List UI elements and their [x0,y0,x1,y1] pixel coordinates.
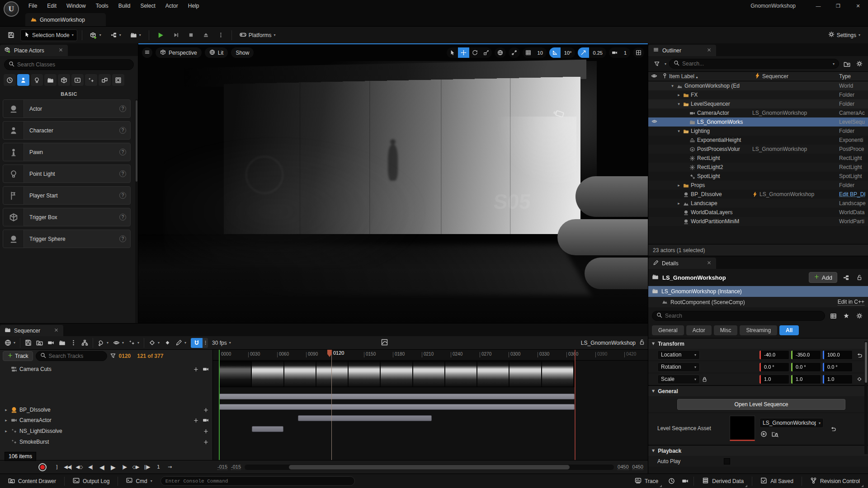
place-actor-pawn[interactable]: Pawn? [3,143,131,161]
actions-hierarchy-button[interactable] [80,337,90,349]
record-button[interactable] [38,463,47,471]
cinematics-dropdown[interactable]: ▾ [127,29,144,41]
menu-edit[interactable]: Edit [42,0,61,12]
scale-x-field[interactable]: 1.0 [759,375,789,384]
derived-data-button[interactable]: Derived Data [698,474,748,488]
outliner-row-postprocessvolur[interactable]: PostProcessVolurLS_GnomonWorkshopPostPro… [648,145,868,154]
grid-snap-value[interactable]: 10 [534,50,547,56]
insights-icon[interactable] [666,476,676,486]
reset-location-button[interactable] [854,352,864,358]
section-general[interactable]: ▼General [648,385,868,396]
place-actor-character[interactable]: Character? [3,121,131,140]
view-mode-dropdown[interactable]: Lit [205,47,228,58]
play-button[interactable] [154,29,167,41]
outliner-tab[interactable]: Outliner [648,45,716,56]
track-cameraactor[interactable]: ▸CameraActor [0,415,212,425]
outliner-row-bp-dissolve[interactable]: BP_DIssolveLS_GnomonWorkshopEdit BP_DI [648,190,868,199]
close-icon[interactable] [707,260,712,267]
help-icon[interactable]: ? [119,192,126,199]
outliner-search-field[interactable]: ▾ [669,59,839,69]
world-dropdown[interactable]: ▾ [3,337,17,349]
menu-file[interactable]: File [24,0,42,12]
place-actor-actor[interactable]: Actor? [3,99,131,118]
outliner-row-exponentialheight[interactable]: ExponentialHeightExponenti [648,136,868,145]
outliner-row-props[interactable]: ▸PropsFolder [648,181,868,190]
rotation-x-field[interactable]: 0.0 ° [759,362,789,372]
track-bar-bp-dissolve[interactable] [219,394,575,399]
help-icon[interactable]: ? [119,149,126,155]
snapshot-icon[interactable] [680,476,690,486]
rotation-z-field[interactable]: 0.0 ° [822,362,853,372]
asset-thumbnail[interactable] [730,416,755,441]
rotate-tool-button[interactable] [469,47,481,58]
snap-button[interactable] [191,338,203,348]
keyframe-dropdown[interactable]: ▾ [147,337,161,349]
settings-dropdown[interactable]: Settings▾ [825,29,863,41]
location-x-field[interactable]: -40.0 [759,350,789,360]
stop-button[interactable] [185,29,197,41]
filter-tab-all[interactable]: All [779,325,799,335]
close-icon[interactable] [58,47,63,54]
scale-tool-button[interactable] [481,47,492,58]
console-command-field[interactable] [160,476,355,486]
project-tab[interactable]: GnomonWorkshop [25,13,106,26]
output-log-button[interactable]: Output Log [68,474,114,488]
category-geometry[interactable] [99,74,111,86]
next-keyframe-button[interactable]: ◇▶ [131,462,141,472]
previous-keyframe-button[interactable]: ◀◇ [74,462,84,472]
render-movie-button[interactable] [57,337,67,349]
column-item-label[interactable]: Item Label ▴ [669,73,752,80]
playback-end-marker[interactable] [575,350,576,460]
menu-help[interactable]: Help [183,0,204,12]
show-dropdown[interactable]: Show [231,47,254,58]
filter-tab-actor[interactable]: Actor [686,325,712,335]
viewport[interactable]: S05 Perspective Lit Show [138,43,648,323]
track-add-icon[interactable] [203,439,209,445]
details-search-field[interactable] [652,311,825,321]
scale-dropdown[interactable]: Scale▾ [657,375,700,384]
scale-y-field[interactable]: 1.0 [791,375,821,384]
filter-tab-general[interactable]: General [652,325,684,335]
close-button[interactable]: ✕ [848,0,868,12]
auto-play-checkbox[interactable] [724,458,730,465]
track-add-icon[interactable] [193,418,199,423]
viewport-options-button[interactable] [142,47,152,58]
category-cinematic[interactable] [44,74,57,86]
save-sequence-button[interactable] [23,337,33,349]
selection-mode-dropdown[interactable]: Selection Mode▾ [20,29,77,41]
details-settings-button[interactable] [854,311,864,321]
category-recently-placed[interactable] [4,74,16,86]
place-actor-trigger-box[interactable]: Trigger Box? [3,208,131,226]
help-icon[interactable]: ? [119,214,126,221]
filter-tab-streaming[interactable]: Streaming [740,325,777,335]
outliner-row-worldpartitionminim[interactable]: WorldPartitionMiniMWorldParti [648,217,868,226]
open-level-sequence-button[interactable]: Open Level Sequence [677,399,845,410]
new-folder-button[interactable] [842,59,852,69]
place-actors-scrollbar[interactable] [135,99,138,323]
playback-range-button[interactable]: → [165,462,175,472]
root-component-row[interactable]: RootComponent (SceneComp) Edit in C++ [648,297,868,307]
angle-snap-button[interactable] [549,47,561,58]
tools-dropdown[interactable]: ▾ [96,337,110,349]
help-icon[interactable]: ? [119,127,126,134]
camera-icon[interactable] [203,366,209,372]
location-dropdown[interactable]: Location▾ [657,350,700,360]
column-type[interactable]: Type [839,73,868,80]
help-icon[interactable]: ? [119,105,126,112]
angle-snap-value[interactable]: 10° [561,50,576,56]
track-camera-cuts[interactable]: Camera Cuts [0,364,212,374]
keying-options-dropdown[interactable]: ▾ [127,337,141,349]
section-playback[interactable]: ▼Playback [648,445,868,456]
play-forward-button[interactable]: ▶ [108,462,118,472]
track-smokeburst[interactable]: SmokeBurst [0,437,212,447]
search-classes-field[interactable] [4,59,134,70]
blueprint-edit-button[interactable] [841,272,851,282]
track-bar-camera-actor[interactable] [219,404,575,410]
use-selected-button[interactable] [760,431,767,439]
move-tool-button[interactable] [458,47,469,58]
browse-to-asset-button[interactable] [772,431,778,439]
outliner-row-fx[interactable]: ▸FXFolder [648,90,868,99]
content-drawer-button[interactable]: Content Drawer [4,474,61,488]
track-bp-dissolve[interactable]: ▸BP_DIssolve [0,405,212,415]
section-transform[interactable]: ▼Transform [648,338,868,349]
